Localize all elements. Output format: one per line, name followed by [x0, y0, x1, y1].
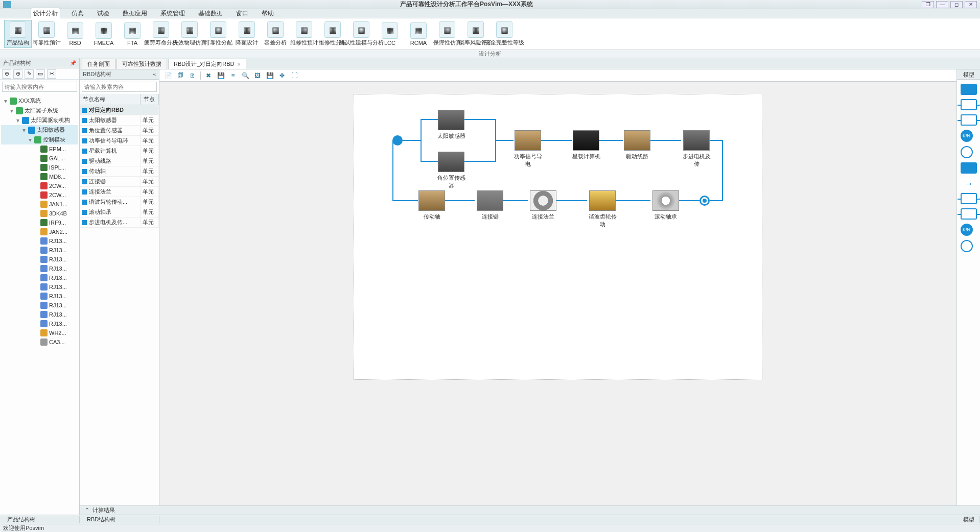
palette-item-circle[interactable] — [961, 146, 973, 158]
tree-node[interactable]: EPM... — [1, 144, 78, 154]
tree-node[interactable]: ▾XXX系统 — [1, 96, 78, 106]
palette-item-arrow[interactable] — [961, 178, 977, 189]
rbd-row[interactable]: 驱动线路单元 — [80, 156, 159, 166]
bottom-tab-product-tree[interactable]: 产品结构树 — [0, 516, 80, 523]
ribbon-产品结构[interactable]: ▦产品结构 — [4, 20, 32, 48]
ribbon-保障性仿真[interactable]: ▦保障性仿真 — [433, 20, 461, 47]
rbd-block-太阳敏感器[interactable]: 太阳敏感器 — [436, 110, 466, 140]
ribbon-测试性建模与分析[interactable]: ▦测试性建模与分析 — [347, 20, 375, 47]
menu-数据应用[interactable]: 数据应用 — [121, 8, 149, 19]
rbd-block-步进电机及传[interactable]: 步进电机及传 — [681, 130, 712, 168]
rbd-row[interactable]: 功率信号导电环单元 — [80, 136, 159, 146]
rbd-collapse-icon[interactable]: « — [153, 71, 156, 77]
tree-node[interactable]: RJ13... — [1, 255, 78, 264]
ribbon-FTA[interactable]: ▦FTA — [119, 21, 146, 47]
rbd-row[interactable]: 对日定向RBD — [80, 105, 159, 115]
twisty-icon[interactable]: ▾ — [28, 136, 33, 143]
twisty-icon[interactable]: ▾ — [9, 107, 14, 114]
ribbon-FMECA[interactable]: ▦FMECA — [90, 21, 118, 47]
rbd-block-角位置传感器[interactable]: 角位置传感器 — [436, 152, 466, 189]
tree-node[interactable]: ▾控制模块 — [1, 135, 78, 144]
rbd-page[interactable]: 太阳敏感器角位置传感器功率信号导电星载计算机驱动线路步进电机及传传动轴连接键连接… — [354, 94, 762, 380]
tree-node[interactable]: ▾太阳翼子系统 — [1, 106, 78, 115]
rbd-block-连接键[interactable]: 连接键 — [475, 190, 505, 221]
rbd-block-连接法兰[interactable]: 连接法兰 — [528, 190, 558, 221]
tree-node[interactable]: JAN2... — [1, 227, 78, 236]
tree-node[interactable]: RJ13... — [1, 236, 78, 246]
canvas-tool[interactable]: 🗎 — [188, 71, 197, 80]
rbd-row[interactable]: 谐波齿轮传动...单元 — [80, 197, 159, 207]
pin-icon[interactable]: 📌 — [70, 60, 76, 66]
tree-node[interactable]: RJ13... — [1, 246, 78, 255]
palette-item-stripe[interactable] — [961, 193, 977, 204]
palette-item-solid[interactable] — [961, 84, 977, 95]
ribbon-RCMA[interactable]: ▦RCMA — [405, 21, 432, 47]
tree-node[interactable]: 2CW... — [1, 190, 78, 200]
rbd-start-node[interactable] — [392, 135, 403, 146]
tree-node[interactable]: RJ13... — [1, 301, 78, 310]
tree-node[interactable]: 2CW... — [1, 181, 78, 190]
tree-node[interactable]: ▾太阳敏感器 — [1, 125, 78, 135]
tree-tool[interactable]: ▭ — [36, 69, 45, 79]
canvas-tool[interactable]: ≡ — [228, 71, 238, 80]
rbd-block-滚动轴承[interactable]: 滚动轴承 — [650, 190, 681, 221]
menu-设计分析[interactable]: 设计分析 — [31, 8, 60, 19]
rbd-block-驱动线路[interactable]: 驱动线路 — [622, 130, 652, 160]
rbd-canvas[interactable]: 太阳敏感器角位置传感器功率信号导电星载计算机驱动线路步进电机及传传动轴连接键连接… — [159, 82, 956, 505]
close-button[interactable]: ✕ — [965, 1, 977, 8]
close-tab-icon[interactable]: × — [238, 61, 241, 67]
tree-node[interactable]: RJ13... — [1, 264, 78, 273]
tree-node[interactable]: JAN1... — [1, 200, 78, 209]
palette-item-stripe[interactable] — [961, 208, 977, 220]
expand-icon[interactable]: ⌃ — [85, 507, 89, 514]
tree-node[interactable]: 3DK4B — [1, 209, 78, 218]
ribbon-维修性预计[interactable]: ▦维修性预计 — [290, 20, 318, 47]
twisty-icon[interactable]: ▾ — [15, 117, 20, 124]
canvas-tool[interactable]: 💾 — [265, 71, 274, 80]
tree-node[interactable]: ▾太阳翼驱动机构 — [1, 115, 78, 125]
ribbon-安全完整性等级[interactable]: ▦安全完整性等级 — [491, 20, 518, 47]
ribbon-容差分析[interactable]: ▦容差分析 — [262, 20, 289, 47]
menu-仿真[interactable]: 仿真 — [69, 8, 86, 19]
ribbon-LCC[interactable]: ▦LCC — [376, 21, 404, 47]
ribbon-降额设计[interactable]: ▦降额设计 — [233, 20, 261, 47]
menu-试验[interactable]: 试验 — [95, 8, 111, 19]
rbd-row[interactable]: 太阳敏感器单元 — [80, 115, 159, 126]
tree-node[interactable]: IRF9... — [1, 218, 78, 227]
canvas-tool[interactable]: 🖼 — [253, 71, 262, 80]
tree-node[interactable]: RJ13... — [1, 282, 78, 292]
tree-node[interactable]: RJ13... — [1, 273, 78, 282]
palette-item-kn[interactable]: K/N — [961, 224, 973, 236]
results-tab[interactable]: 计算结果 — [92, 506, 115, 514]
tree-tool[interactable]: ⊕ — [13, 69, 22, 79]
canvas-tool[interactable]: ⛶ — [290, 71, 299, 80]
tree-tool[interactable]: ⊕ — [2, 69, 11, 79]
canvas-tool[interactable]: 🗐 — [176, 71, 185, 80]
rbd-row[interactable]: 滚动轴承单元 — [80, 207, 159, 217]
ribbon-可靠性预计[interactable]: ▦可靠性预计 — [33, 20, 60, 47]
rbd-block-传动轴[interactable]: 传动轴 — [416, 190, 447, 221]
bottom-tab-rbd-tree[interactable]: RBD结构树 — [80, 516, 159, 523]
rbd-block-谐波齿轮传动[interactable]: 谐波齿轮传动 — [587, 190, 618, 228]
tree-node[interactable]: RJ13... — [1, 310, 78, 319]
minimize-button[interactable]: — — [936, 1, 948, 8]
rbd-row[interactable]: 传动轴单元 — [80, 166, 159, 177]
menu-基础数据[interactable]: 基础数据 — [196, 8, 225, 19]
tree-node[interactable]: RJ13... — [1, 319, 78, 328]
palette-item-stripe[interactable] — [961, 99, 977, 110]
ribbon-可靠性分配[interactable]: ▦可靠性分配 — [204, 20, 232, 47]
search-input[interactable] — [2, 82, 77, 92]
maximize-button[interactable]: ◻ — [950, 1, 963, 8]
doc-tab[interactable]: RBD设计_对日定向RBD× — [168, 59, 246, 69]
canvas-tool[interactable]: 🔍 — [241, 71, 250, 80]
rbd-row[interactable]: 星载计算机单元 — [80, 146, 159, 156]
canvas-tool[interactable]: ✥ — [277, 71, 287, 80]
tree-node[interactable]: GAL... — [1, 154, 78, 163]
rbd-row[interactable]: 连接法兰单元 — [80, 187, 159, 197]
menu-窗口[interactable]: 窗口 — [234, 8, 250, 19]
palette-item-solid[interactable] — [961, 162, 977, 174]
bottom-tab-model[interactable]: 模型 — [956, 516, 980, 523]
tree-node[interactable]: RJ13... — [1, 292, 78, 301]
rbd-search-input[interactable] — [82, 82, 157, 92]
rbd-row[interactable]: 角位置传感器单元 — [80, 126, 159, 136]
